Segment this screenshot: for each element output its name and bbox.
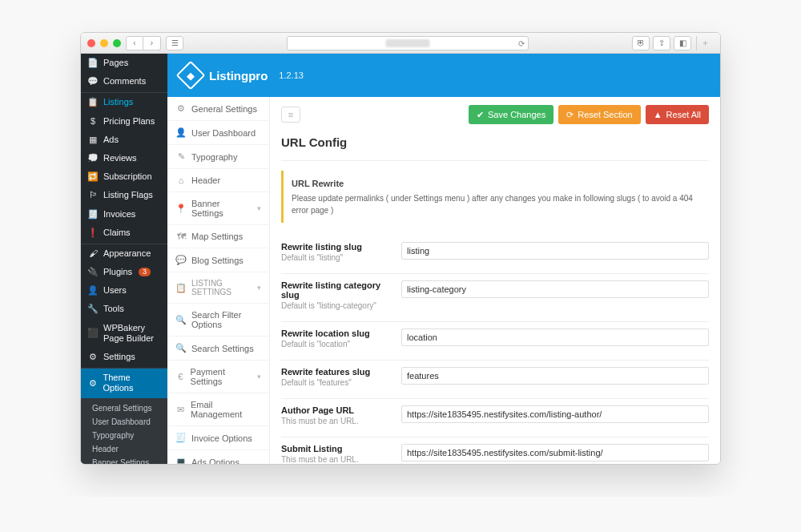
sidebar-item-listing-flags[interactable]: 🏳Listing Flags <box>81 186 167 204</box>
text-input[interactable] <box>401 280 709 298</box>
reset-section-button[interactable]: ⟳Reset Section <box>558 105 640 124</box>
sidebar-toggle-button[interactable]: ☰ <box>166 36 183 50</box>
dollar-icon: $ <box>87 116 99 127</box>
settings-nav-banner-settings[interactable]: 📍Banner Settings▾ <box>167 192 269 225</box>
sidebar-item-invoices[interactable]: 🧾Invoices <box>81 205 167 224</box>
nav-label: General Settings <box>191 104 257 114</box>
field-label: Submit ListingThis must be an URL. <box>281 444 385 465</box>
sidebar-label: WPBakery Page Builder <box>103 323 161 344</box>
sidebar-label: Claims <box>103 228 131 238</box>
sidebar-label: Ads <box>103 135 119 145</box>
button-label: Reset Section <box>578 110 632 119</box>
nav-icon: ✎ <box>175 151 187 162</box>
notice-body: Please update permalinks ( under Setting… <box>292 194 693 215</box>
field-hint: Default is "listing-category" <box>281 301 385 310</box>
nav-icon: ✉ <box>175 405 186 415</box>
sidebar-label: Subscription <box>103 171 152 182</box>
sidebar-item-listings[interactable]: 📋Listings <box>81 92 167 111</box>
reset-all-button[interactable]: ▲Reset All <box>646 105 709 124</box>
sidebar-item-reviews[interactable]: 💭Reviews <box>81 149 167 167</box>
sidebar-label: Listings <box>103 97 133 107</box>
settings-nav-payment-settings[interactable]: €Payment Settings▾ <box>167 361 269 393</box>
sidebar-item-plugins[interactable]: 🔌Plugins3 <box>81 263 167 281</box>
nav-icon: 📋 <box>175 283 187 293</box>
field-row: Rewrite features slugDefault is "feature… <box>281 360 709 398</box>
settings-nav-map-settings[interactable]: 🗺Map Settings <box>167 225 269 248</box>
address-bar[interactable]: ⟳ <box>287 36 528 50</box>
chevron-down-icon: ▾ <box>257 284 261 292</box>
sidebar-label: Reviews <box>103 153 137 163</box>
field-hint: This must be an URL. <box>281 417 385 425</box>
sidebar-item-settings[interactable]: ⚙Settings <box>81 348 167 366</box>
text-input[interactable] <box>401 405 709 423</box>
forward-button[interactable]: › <box>143 36 161 50</box>
sidebar-item-comments[interactable]: 💬Comments <box>81 72 167 91</box>
sidebar-item-wpbakery[interactable]: ⬛WPBakery Page Builder <box>81 319 167 348</box>
sidebar-item-subscription[interactable]: 🔁Subscription <box>81 167 167 186</box>
nav-label: User Dashboard <box>191 128 256 138</box>
settings-nav-blog-settings[interactable]: 💬Blog Settings <box>167 248 269 272</box>
close-icon[interactable] <box>87 39 95 47</box>
settings-nav-ads-options[interactable]: 💻Ads Options <box>167 450 269 464</box>
field-label: Author Page URLThis must be an URL. <box>281 405 385 425</box>
sidebar-label: Plugins <box>103 267 132 277</box>
settings-nav-header[interactable]: ⌂Header <box>167 169 269 192</box>
tabs-button[interactable]: ◧ <box>674 36 691 50</box>
field-row: Submit ListingThis must be an URL.This i… <box>281 437 709 465</box>
settings-nav-invoice-options[interactable]: 🧾Invoice Options <box>167 426 269 450</box>
submenu-banner-settings[interactable]: Banner Settings <box>81 456 167 464</box>
maximize-icon[interactable] <box>113 39 121 47</box>
list-icon: 📋 <box>87 97 99 107</box>
nav-label: Email Management <box>191 400 261 419</box>
nav-icon: 👤 <box>175 127 187 138</box>
minimize-icon[interactable] <box>100 39 108 47</box>
text-input[interactable] <box>401 367 709 385</box>
field-label: Rewrite location slugDefault is "locatio… <box>281 328 385 349</box>
chevron-down-icon: ▾ <box>257 204 261 212</box>
ads-icon: ▦ <box>87 135 99 145</box>
sidebar-item-claims[interactable]: ❗Claims <box>81 224 167 242</box>
submenu-user-dashboard[interactable]: User Dashboard <box>81 415 167 429</box>
reload-icon[interactable]: ⟳ <box>518 38 525 47</box>
settings-nav-typography[interactable]: ✎Typography <box>167 145 269 169</box>
plugin-icon: 🔌 <box>87 267 99 277</box>
back-button[interactable]: ‹ <box>126 36 143 50</box>
sidebar-item-pricing-plans[interactable]: $Pricing Plans <box>81 112 167 131</box>
text-input[interactable] <box>401 242 709 260</box>
share-button[interactable]: ⇪ <box>653 36 670 50</box>
sidebar-label: Invoices <box>103 209 135 220</box>
settings-nav-general-settings[interactable]: ⚙General Settings <box>167 97 269 121</box>
sidebar-item-pages[interactable]: 📄Pages <box>81 54 167 72</box>
nav-icon: 💬 <box>175 255 187 265</box>
settings-nav-user-dashboard[interactable]: 👤User Dashboard <box>167 121 269 145</box>
settings-icon: ⚙ <box>87 352 99 362</box>
text-input[interactable] <box>401 444 709 461</box>
shield-button[interactable]: ⛨ <box>632 36 650 50</box>
field-row: Rewrite listing category slugDefault is … <box>281 273 709 321</box>
settings-nav-email-management[interactable]: ✉Email Management <box>167 393 269 426</box>
sidebar-item-users[interactable]: 👤Users <box>81 281 167 300</box>
new-tab-button[interactable]: ＋ <box>696 36 714 50</box>
theme-header: ◆ Listingpro 1.2.13 <box>167 54 720 97</box>
sidebar-item-appearance[interactable]: 🖌Appearance <box>81 244 167 263</box>
sidebar-label: Pages <box>103 58 128 68</box>
sidebar-item-theme-options[interactable]: ⚙Theme Options <box>81 368 167 397</box>
claims-icon: ❗ <box>87 228 99 238</box>
submenu-typography[interactable]: Typography <box>81 429 167 442</box>
collapse-button[interactable]: ≡ <box>281 107 300 123</box>
submenu-header[interactable]: Header <box>81 442 167 456</box>
sidebar-item-tools[interactable]: 🔧Tools <box>81 300 167 318</box>
submenu-general-settings[interactable]: General Settings <box>81 401 167 415</box>
review-icon: 💭 <box>87 153 99 163</box>
window-controls <box>87 39 121 47</box>
text-input[interactable] <box>401 328 709 346</box>
warning-icon: ▲ <box>654 110 662 119</box>
settings-nav-search-filter-options[interactable]: 🔍Search Filter Options <box>167 304 269 337</box>
settings-nav-search-settings[interactable]: 🔍Search Settings <box>167 337 269 361</box>
sidebar-item-ads[interactable]: ▦Ads <box>81 131 167 149</box>
nav-buttons: ‹ › <box>126 36 161 50</box>
settings-nav-listing-settings[interactable]: 📋LISTING SETTINGS▾ <box>167 272 269 304</box>
field-control: This is a page for Submiting new listing <box>401 444 709 465</box>
nav-icon: ⌂ <box>175 175 187 185</box>
save-changes-button[interactable]: ✔Save Changes <box>469 105 553 124</box>
